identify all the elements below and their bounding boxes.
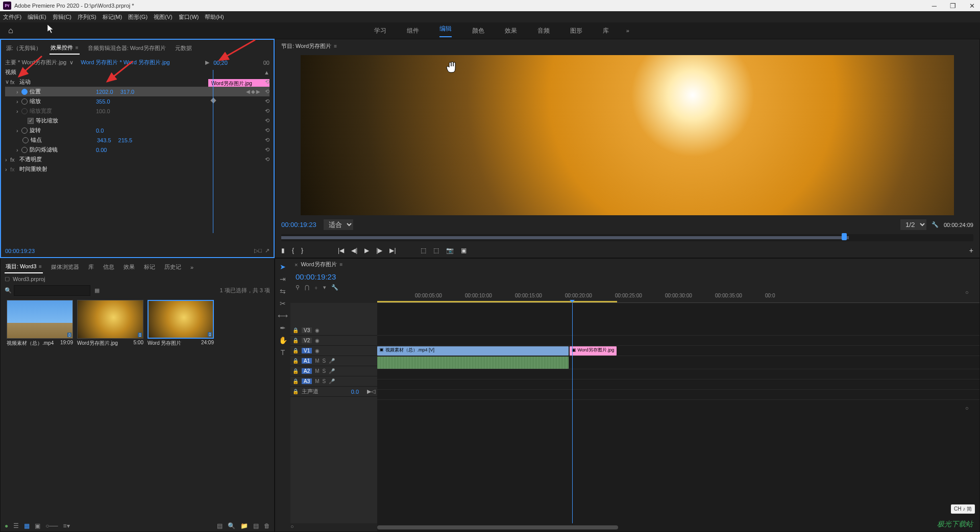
ws-libraries[interactable]: 库 [603,27,609,35]
effect-tool-1[interactable]: ▷□ [254,247,262,254]
track-v2[interactable] [377,336,979,346]
home-icon[interactable]: ⌂ [8,26,13,35]
project-item-2[interactable]: ▯ Word另存图片.jpg5:00 [77,300,143,348]
track-v1[interactable]: ▣ 视频素材（总）.mp4 [V] ▣ Word另存图片.jpg [377,346,979,356]
track-select-tool-icon[interactable]: ⇥ [280,275,286,283]
wrench-tl-icon[interactable]: 🔧 [331,284,338,291]
track-head-a1[interactable]: 🔒A1MS🎤 [290,356,377,366]
expand-motion[interactable]: ∨ [5,79,10,85]
play-only-icon[interactable]: ▶ [205,59,209,66]
stopwatch-position[interactable] [21,89,28,95]
mark-out-icon[interactable]: { [292,247,294,254]
ws-color[interactable]: 颜色 [472,27,484,35]
menu-file[interactable]: 文件(F) [3,13,21,21]
reset-position[interactable]: ⟲ [265,88,270,95]
find-icon[interactable]: 🔍 [228,522,235,529]
tab-metadata[interactable]: 元数据 [174,42,193,54]
stopwatch-scale[interactable] [21,98,28,105]
program-tc[interactable]: 00:00:19:23 [281,221,316,229]
snap-icon[interactable]: ⚲ [296,284,300,291]
position-x[interactable]: 1202.0 [96,89,113,95]
ws-more-icon[interactable]: » [626,28,629,34]
program-playhead[interactable] [842,233,847,240]
track-a2[interactable] [377,369,979,379]
pen-tool-icon[interactable]: ✒ [280,324,286,332]
track-a3[interactable] [377,379,979,390]
automate-icon[interactable]: ▤ [217,522,223,529]
tab-libraries[interactable]: 库 [87,261,95,273]
stopwatch-rotation[interactable] [21,128,28,134]
trash-icon[interactable]: 🗑 [264,522,270,529]
uniform-checkbox[interactable]: ✓ [28,118,34,124]
menu-help[interactable]: 帮助(H) [205,13,224,21]
ws-learn[interactable]: 学习 [374,27,386,35]
play-button[interactable]: ▶ [364,247,369,254]
menu-graphics[interactable]: 图形(G) [128,13,148,21]
anchor-y[interactable]: 215.5 [118,137,133,143]
timeline-tracks-area[interactable]: ▣ 视频素材（总）.mp4 [V] ▣ Word另存图片.jpg [377,303,979,523]
zoom-slider[interactable]: ○── [45,522,58,529]
effect-playhead[interactable] [213,70,213,233]
expand-scalew[interactable]: › [16,108,21,114]
clip-audio-main[interactable] [377,357,569,369]
maximize-button[interactable]: ❐ [948,2,958,10]
program-scrubber[interactable] [281,234,973,241]
add-kf[interactable]: ◆ [251,89,255,94]
close-button[interactable]: ✕ [967,2,977,10]
next-kf[interactable]: ▶ [256,89,260,94]
linked-sel-icon[interactable]: ⋂ [305,284,309,291]
tab-info[interactable]: 信息 [102,261,115,273]
selection-tool-icon[interactable]: ➤ [280,263,286,271]
stopwatch-anchor[interactable] [22,137,29,143]
track-head-v2[interactable]: 🔒V2◉ [290,336,377,346]
hand-tool-icon[interactable]: ✋ [279,336,287,344]
ripple-tool-icon[interactable]: ⇆ [280,287,286,295]
lift-icon[interactable]: ⬚ [421,247,426,254]
track-master[interactable] [377,390,979,400]
mark-in-icon[interactable]: ▮ [281,247,285,254]
position-y[interactable]: 317.0 [120,89,135,95]
resolution-select[interactable]: 1/2 [900,219,926,230]
track-head-master[interactable]: 🔒主声道0.0▶◁ [290,387,377,397]
tab-source[interactable]: 源:（无剪辑） [5,42,42,54]
goto-in-icon[interactable]: |◀ [338,247,344,254]
zoom-select[interactable]: 适合 [324,219,353,230]
menu-sequence[interactable]: 序列(S) [78,13,96,21]
tl-vzoom-top[interactable]: ○ [965,289,975,295]
tab-effect-controls[interactable]: 效果控件 ≡ [50,42,80,55]
sequence-name[interactable]: Word另存图片 [301,261,336,268]
goto-out-icon[interactable]: ▶| [389,247,396,254]
fx-opacity-icon[interactable]: fx [10,157,17,163]
sort-icon[interactable]: ≡▾ [63,522,70,529]
tab-media-browser[interactable]: 媒体浏览器 [50,261,80,273]
program-video-area[interactable] [301,55,954,215]
step-back-icon[interactable]: ◀| [351,247,357,254]
anchor-x[interactable]: 343.5 [97,137,111,143]
settings-wrench-icon[interactable]: 🔧 [932,221,939,228]
expand-antiflicker[interactable]: › [16,147,21,153]
new-item-icon[interactable]: ▤ [253,522,259,529]
track-head-v3[interactable]: 🔒V3◉ [290,325,377,336]
tab-audio-mixer[interactable]: 音频剪辑混合器: Word另存图片 [87,42,167,54]
effect-tool-2[interactable]: ↗ [265,247,270,254]
ws-effects[interactable]: 效果 [505,27,517,35]
ws-graphics[interactable]: 图形 [570,27,582,35]
expand-timeremap[interactable]: › [5,166,10,172]
project-item-3[interactable]: ▯ Word 另存图片24:09 [148,300,214,348]
reset-scalew[interactable]: ⟲ [265,108,270,114]
ws-assembly[interactable]: 组件 [407,27,419,35]
step-fwd-icon[interactable]: |▶ [376,247,382,254]
tab-markers[interactable]: 标记 [143,261,156,273]
track-a1[interactable] [377,356,979,369]
reset-rotation[interactable]: ⟲ [265,127,270,134]
menu-window[interactable]: 窗口(W) [179,13,199,21]
reset-antiflicker[interactable]: ⟲ [265,146,270,153]
razor-tool-icon[interactable]: ✂ [280,299,286,308]
tl-vzoom-mid[interactable]: ○ [965,405,975,411]
tab-history[interactable]: 历史记 [163,261,182,273]
track-head-a3[interactable]: 🔒A3MS🎤 [290,376,377,387]
track-head-v1[interactable]: 🔒V1◉ [290,346,377,356]
project-item-1[interactable]: ▯ 视频素材（总）.mp419:09 [7,300,73,348]
project-search-input[interactable] [14,285,90,296]
menu-clip[interactable]: 剪辑(C) [53,13,71,21]
